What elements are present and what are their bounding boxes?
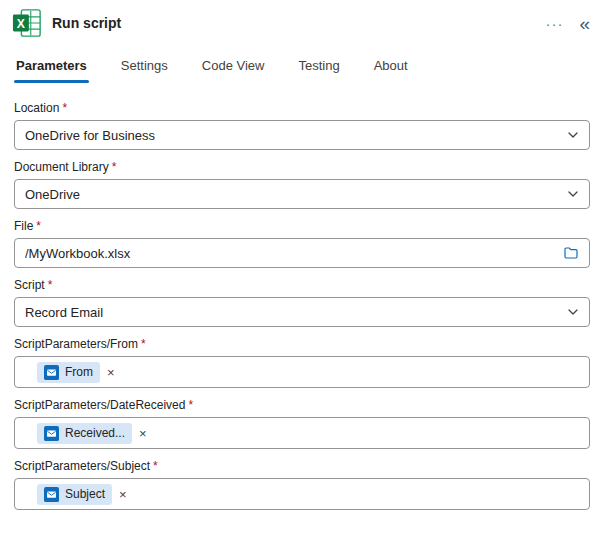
document-library-value: OneDrive bbox=[25, 187, 559, 202]
dynamic-content-token[interactable]: Received... bbox=[37, 423, 132, 444]
file-picker-icon[interactable] bbox=[563, 245, 579, 261]
location-value: OneDrive for Business bbox=[25, 128, 559, 143]
outlook-icon bbox=[44, 365, 59, 380]
field-label-scriptparameters-subject: ScriptParameters/Subject* bbox=[14, 459, 590, 473]
required-asterisk: * bbox=[153, 459, 158, 473]
required-asterisk: * bbox=[112, 160, 117, 174]
excel-icon: X bbox=[12, 8, 42, 38]
tab-bar: Parameters Settings Code View Testing Ab… bbox=[0, 42, 604, 83]
scriptparameters-subject-input[interactable]: Subject × bbox=[14, 478, 590, 510]
field-scriptparameters-datereceived: ScriptParameters/DateReceived* Received.… bbox=[14, 398, 590, 449]
outlook-icon bbox=[44, 426, 59, 441]
required-asterisk: * bbox=[188, 398, 193, 412]
required-asterisk: * bbox=[48, 278, 53, 292]
tab-parameters[interactable]: Parameters bbox=[14, 58, 89, 83]
scriptparameters-datereceived-input[interactable]: Received... × bbox=[14, 417, 590, 449]
label-text: ScriptParameters/From bbox=[14, 337, 138, 351]
field-label-script: Script* bbox=[14, 278, 590, 292]
tab-settings[interactable]: Settings bbox=[119, 58, 170, 83]
remove-token-button[interactable]: × bbox=[107, 366, 115, 379]
run-script-action-panel: X Run script ··· « Parameters Settings C… bbox=[0, 0, 604, 539]
field-document-library: Document Library* OneDrive bbox=[14, 160, 590, 209]
dynamic-content-token[interactable]: From bbox=[37, 362, 100, 383]
required-asterisk: * bbox=[36, 219, 41, 233]
token-label: Subject bbox=[65, 487, 105, 501]
field-label-file: File* bbox=[14, 219, 590, 233]
field-location: Location* OneDrive for Business bbox=[14, 101, 590, 150]
svg-text:X: X bbox=[17, 17, 26, 31]
chevron-down-icon bbox=[567, 188, 579, 200]
required-asterisk: * bbox=[141, 337, 146, 351]
file-value: /MyWorkbook.xlsx bbox=[25, 246, 555, 261]
token-label: From bbox=[65, 365, 93, 379]
panel-header: X Run script ··· « bbox=[0, 0, 604, 42]
tab-about[interactable]: About bbox=[372, 58, 410, 83]
document-library-select[interactable]: OneDrive bbox=[14, 179, 590, 209]
page-title: Run script bbox=[52, 15, 121, 31]
label-text: ScriptParameters/DateReceived bbox=[14, 398, 185, 412]
remove-token-button[interactable]: × bbox=[139, 427, 147, 440]
field-file: File* /MyWorkbook.xlsx bbox=[14, 219, 590, 268]
scriptparameters-from-input[interactable]: From × bbox=[14, 356, 590, 388]
label-text: Document Library bbox=[14, 160, 109, 174]
field-script: Script* Record Email bbox=[14, 278, 590, 327]
tab-code-view[interactable]: Code View bbox=[200, 58, 267, 83]
remove-token-button[interactable]: × bbox=[119, 488, 127, 501]
label-text: ScriptParameters/Subject bbox=[14, 459, 150, 473]
label-text: Script bbox=[14, 278, 45, 292]
required-asterisk: * bbox=[62, 101, 67, 115]
chevron-down-icon bbox=[567, 129, 579, 141]
outlook-icon bbox=[44, 487, 59, 502]
more-options-button[interactable]: ··· bbox=[545, 16, 563, 31]
script-value: Record Email bbox=[25, 305, 559, 320]
field-label-location: Location* bbox=[14, 101, 590, 115]
parameters-form: Location* OneDrive for Business Document… bbox=[0, 83, 604, 510]
collapse-panel-button[interactable]: « bbox=[579, 14, 590, 33]
script-select[interactable]: Record Email bbox=[14, 297, 590, 327]
label-text: File bbox=[14, 219, 33, 233]
field-label-scriptparameters-from: ScriptParameters/From* bbox=[14, 337, 590, 351]
token-label: Received... bbox=[65, 426, 125, 440]
chevron-down-icon bbox=[567, 306, 579, 318]
field-label-document-library: Document Library* bbox=[14, 160, 590, 174]
tab-testing[interactable]: Testing bbox=[296, 58, 341, 83]
label-text: Location bbox=[14, 101, 59, 115]
file-input[interactable]: /MyWorkbook.xlsx bbox=[14, 238, 590, 268]
location-select[interactable]: OneDrive for Business bbox=[14, 120, 590, 150]
field-scriptparameters-from: ScriptParameters/From* From × bbox=[14, 337, 590, 388]
dynamic-content-token[interactable]: Subject bbox=[37, 484, 112, 505]
field-scriptparameters-subject: ScriptParameters/Subject* Subject × bbox=[14, 459, 590, 510]
field-label-scriptparameters-datereceived: ScriptParameters/DateReceived* bbox=[14, 398, 590, 412]
header-actions: ··· « bbox=[545, 14, 590, 33]
